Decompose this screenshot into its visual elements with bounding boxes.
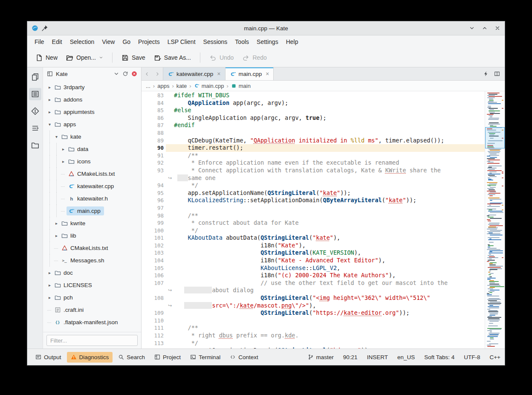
chevron-right-icon[interactable]: ▸ bbox=[46, 295, 53, 300]
undo-button[interactable]: Undo bbox=[205, 52, 237, 64]
project-filter-input[interactable] bbox=[46, 335, 138, 346]
open-button[interactable]: Open... bbox=[62, 52, 107, 64]
code-line[interactable]: 85#else bbox=[142, 107, 485, 114]
code-line[interactable]: 95 app.setApplicationName(QStringLiteral… bbox=[142, 189, 485, 197]
code-line[interactable]: 83#ifdef WITH_DBUS bbox=[142, 92, 485, 99]
menu-sessions[interactable]: Sessions bbox=[200, 37, 231, 47]
tree-item-flatpak-manifest-iso[interactable]: {}.flatpak-manifest.iso bbox=[43, 328, 141, 332]
status-master[interactable]: master bbox=[308, 354, 334, 360]
status-soft-tabs-4[interactable]: Soft Tabs: 4 bbox=[424, 354, 454, 360]
tree-item-craft-ini[interactable]: .craft.ini bbox=[43, 304, 141, 316]
status-terminal[interactable]: Terminal bbox=[186, 352, 224, 363]
tree-item-pch[interactable]: ▸pch bbox=[43, 291, 141, 304]
close-button[interactable] bbox=[494, 25, 500, 31]
tree-item-flatpak-manifest-json[interactable]: {}.flatpak-manifest.json bbox=[43, 316, 141, 328]
code-line[interactable]: 105 KAboutLicense::LGPL_V2, bbox=[142, 264, 485, 272]
tree-item-licenses[interactable]: ▸LICENSES bbox=[43, 279, 141, 291]
menu-help[interactable]: Help bbox=[282, 37, 302, 47]
code-line[interactable]: 87#endif bbox=[142, 122, 485, 129]
code-line[interactable]: 86 SingleApplication app(argc, argv, tru… bbox=[142, 114, 485, 122]
tree-item-kate[interactable]: ▾kate bbox=[43, 131, 141, 143]
menu-tools[interactable]: Tools bbox=[231, 37, 253, 47]
chevron-right-icon[interactable]: ▸ bbox=[60, 159, 66, 164]
split-view-icon[interactable] bbox=[494, 71, 500, 77]
code-line[interactable]: 108 QStringLiteral("<img height=\"362\" … bbox=[142, 294, 485, 302]
tree-item-kwrite[interactable]: ▸kwrite bbox=[43, 217, 141, 229]
code-line[interactable]: 101 KAboutData aboutData(QStringLiteral(… bbox=[142, 234, 485, 242]
code-line[interactable]: 98 /** bbox=[142, 212, 485, 220]
tab-prev-button[interactable] bbox=[142, 67, 152, 80]
tree-item-addons[interactable]: ▸addons bbox=[43, 93, 141, 106]
status-output[interactable]: Output bbox=[32, 352, 65, 363]
minimap-scrollbar[interactable] bbox=[485, 91, 505, 349]
code-line[interactable]: 91 /** bbox=[142, 152, 485, 160]
quick-open-icon[interactable] bbox=[483, 71, 489, 77]
code-line[interactable]: 97 bbox=[142, 204, 485, 212]
tab-next-button[interactable] bbox=[152, 67, 163, 80]
redo-button[interactable]: Redo bbox=[238, 52, 270, 64]
code-line[interactable]: 100 */ bbox=[142, 227, 485, 235]
breadcrumb-main[interactable]: main bbox=[231, 83, 251, 89]
tree-item-messages-sh[interactable]: >_Messages.sh bbox=[43, 254, 141, 267]
code-line[interactable]: 102 i18n("Kate"), bbox=[142, 242, 485, 250]
minimap-viewport[interactable] bbox=[485, 127, 505, 148]
status-90-21[interactable]: 90:21 bbox=[343, 354, 358, 360]
menu-go[interactable]: Go bbox=[119, 37, 134, 47]
breadcrumb-kate[interactable]: kate bbox=[176, 83, 187, 89]
chevron-right-icon[interactable]: ▸ bbox=[46, 97, 53, 102]
code-line[interactable]: 88 bbox=[142, 129, 485, 137]
tree-item-3rdparty[interactable]: ▸3rdparty bbox=[43, 81, 141, 93]
titlebar[interactable]: main.cpp — Kate bbox=[27, 21, 505, 35]
chevron-right-icon[interactable]: ▸ bbox=[53, 233, 60, 238]
tree-item-cmakelists-txt[interactable]: CMakeLists.txt bbox=[43, 168, 141, 180]
save-as-button[interactable]: Save As... bbox=[150, 52, 195, 64]
chevron-right-icon[interactable]: ▸ bbox=[46, 85, 53, 90]
tree-item-main-cpp[interactable]: Cmain.cpp bbox=[43, 205, 141, 217]
menu-view[interactable]: View bbox=[98, 37, 119, 47]
tab-katewaiter-cpp[interactable]: Ckatewaiter.cpp× bbox=[163, 67, 226, 80]
chevron-right-icon[interactable]: ▸ bbox=[53, 221, 60, 226]
code-line[interactable]: ↪ same one bbox=[142, 174, 485, 182]
code-line[interactable]: 90 timer.restart(); bbox=[142, 144, 485, 152]
chevron-right-icon[interactable]: ▸ bbox=[46, 283, 53, 288]
tree-item-data[interactable]: ▸data bbox=[43, 143, 141, 155]
status-insert[interactable]: INSERT bbox=[367, 354, 388, 360]
tree-item-cmakelists-txt[interactable]: CMakeLists.txt bbox=[43, 242, 141, 254]
code-line[interactable]: 84 QApplication app(argc, argv); bbox=[142, 99, 485, 107]
tree-item-appiumtests[interactable]: ▸appiumtests bbox=[43, 106, 141, 118]
menu-settings[interactable]: Settings bbox=[253, 37, 282, 47]
menu-edit[interactable]: Edit bbox=[48, 37, 66, 47]
chevron-down-icon[interactable]: ▾ bbox=[53, 134, 60, 139]
tree-item-lib[interactable]: ▸lib bbox=[43, 229, 141, 242]
close-tab-icon[interactable]: × bbox=[217, 70, 220, 77]
code-line[interactable]: 113 */ bbox=[142, 340, 485, 347]
status-context[interactable]: Context bbox=[226, 352, 262, 363]
chevron-right-icon[interactable]: ▸ bbox=[60, 147, 66, 151]
code-line[interactable]: 111 /** bbox=[142, 324, 485, 332]
code-line[interactable]: 112 * right dbus prefix == org.kde. bbox=[142, 332, 485, 340]
menu-file[interactable]: File bbox=[31, 37, 48, 47]
code-line[interactable]: 109 QStringLiteral("https://kate-editor.… bbox=[142, 309, 485, 317]
code-line[interactable]: 99 * construct about data for Kate bbox=[142, 219, 485, 227]
sidebar-tool-project[interactable] bbox=[29, 88, 41, 100]
refresh-icon[interactable] bbox=[122, 71, 128, 77]
menu-selection[interactable]: Selection bbox=[66, 37, 98, 47]
code-line[interactable]: 103 QStringLiteral(KATE_VERSION), bbox=[142, 249, 485, 257]
close-badge-icon[interactable] bbox=[131, 71, 137, 77]
breadcrumb-main-cpp[interactable]: Cmain.cpp bbox=[194, 83, 224, 89]
tree-item-doc[interactable]: ▸doc bbox=[43, 267, 141, 279]
code-line[interactable]: 104 i18n("Kate - Advanced Text Editor"), bbox=[142, 257, 485, 264]
tree-item-katewaiter-h[interactable]: hkatewaiter.h bbox=[43, 192, 141, 205]
sidebar-tool-symbols[interactable] bbox=[29, 122, 41, 134]
status-diagnostics[interactable]: Diagnostics bbox=[67, 352, 113, 363]
breadcrumb-item[interactable]: ... bbox=[146, 83, 150, 89]
status-utf-8[interactable]: UTF-8 bbox=[464, 354, 480, 360]
code-line[interactable]: 93 * Connect application with translatio… bbox=[142, 167, 485, 174]
menu-projects[interactable]: Projects bbox=[134, 37, 164, 47]
tree-item-apps[interactable]: ▾apps bbox=[43, 118, 141, 131]
tab-main-cpp[interactable]: Cmain.cpp× bbox=[226, 67, 274, 80]
breadcrumb-apps[interactable]: apps bbox=[157, 83, 169, 89]
sidebar-tool-filesystem[interactable] bbox=[29, 139, 41, 151]
maximize-button[interactable] bbox=[482, 25, 488, 31]
save-button[interactable]: Save bbox=[118, 52, 149, 64]
